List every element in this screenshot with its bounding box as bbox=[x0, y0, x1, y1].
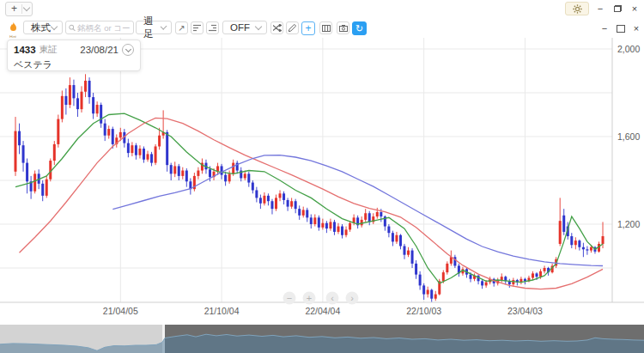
lines-bottom-icon bbox=[209, 24, 216, 32]
chart-pan-left-button[interactable]: ‹ bbox=[326, 292, 339, 305]
maximize-icon bbox=[617, 25, 625, 33]
hot-list-button[interactable]: Hot bbox=[6, 20, 20, 39]
period-select[interactable]: 週足 bbox=[136, 21, 172, 34]
plus-icon: + bbox=[305, 22, 311, 34]
film-grid-icon bbox=[322, 25, 331, 32]
chart-close-button[interactable]: × bbox=[630, 22, 642, 34]
divider bbox=[21, 4, 22, 14]
period-value: 週足 bbox=[143, 15, 161, 40]
snapshot-button[interactable] bbox=[337, 21, 349, 34]
symbol-name: ベステラ bbox=[14, 58, 134, 71]
chevron-down-icon bbox=[23, 4, 30, 11]
refresh-button[interactable]: ↻ bbox=[352, 21, 367, 35]
svg-text:2,000: 2,000 bbox=[617, 44, 640, 54]
category-value: 株式 bbox=[31, 21, 51, 34]
draw-button[interactable] bbox=[286, 21, 299, 34]
minimize-button[interactable]: − bbox=[594, 3, 606, 15]
search-input[interactable] bbox=[77, 23, 131, 33]
category-select[interactable]: 株式 bbox=[23, 21, 63, 34]
svg-text:1,200: 1,200 bbox=[617, 219, 640, 229]
chart-maximize-button[interactable] bbox=[615, 22, 627, 34]
svg-text:23/04/03: 23/04/03 bbox=[507, 306, 543, 316]
candlestick-chart[interactable]: 2,0001,6001,20021/04/0521/10/0422/04/042… bbox=[0, 38, 644, 325]
pencil-icon bbox=[289, 24, 296, 32]
gear-icon bbox=[573, 4, 582, 14]
refresh-icon: ↻ bbox=[355, 23, 363, 34]
svg-text:›: › bbox=[350, 293, 354, 303]
chevron-down-icon bbox=[51, 22, 58, 29]
trendline-button[interactable]: ↗ bbox=[175, 21, 188, 34]
overlay-mode-value: OFF bbox=[230, 22, 250, 33]
navigator-area-chart bbox=[0, 325, 644, 353]
chevron-down-icon bbox=[255, 22, 262, 29]
add-panel-button[interactable]: + bbox=[301, 21, 315, 35]
price-chart-panel: 2,0001,6001,20021/04/0521/10/0422/04/042… bbox=[0, 38, 644, 325]
oscillator-list-button[interactable] bbox=[206, 21, 219, 34]
svg-text:‹: ‹ bbox=[331, 293, 334, 303]
plus-icon: + bbox=[9, 3, 20, 15]
exchange-label: 東証 bbox=[39, 44, 81, 56]
shuffle-icon bbox=[273, 24, 282, 32]
cursor-date: 23/08/21 bbox=[80, 45, 118, 55]
settings-button[interactable] bbox=[565, 2, 589, 15]
svg-text:1,600: 1,600 bbox=[617, 131, 640, 142]
symbol-search[interactable] bbox=[65, 21, 134, 34]
compare-button[interactable] bbox=[270, 21, 283, 34]
chart-zoom-in-button[interactable]: + bbox=[303, 292, 316, 305]
symbol-info-box: 1433 東証 23/08/21 ベステラ bbox=[7, 40, 141, 71]
restore-button[interactable] bbox=[611, 3, 623, 15]
svg-text:−: − bbox=[287, 293, 292, 303]
svg-text:21/10/04: 21/10/04 bbox=[204, 306, 240, 316]
chart-zoom-out-button[interactable]: − bbox=[283, 292, 296, 305]
svg-text:22/10/03: 22/10/03 bbox=[406, 306, 441, 316]
close-button[interactable]: × bbox=[629, 3, 641, 15]
arrow-up-right-icon: ↗ bbox=[178, 23, 185, 33]
history-navigator[interactable] bbox=[0, 325, 644, 353]
window-titlebar: + − × bbox=[0, 0, 644, 18]
lines-left-icon bbox=[193, 24, 201, 32]
svg-text:+: + bbox=[307, 293, 312, 303]
symbol-code: 1433 bbox=[14, 45, 36, 55]
search-icon bbox=[69, 24, 76, 32]
indicator-list-button[interactable] bbox=[191, 21, 204, 34]
ma-mid-line bbox=[20, 118, 604, 289]
chevron-down-icon bbox=[125, 46, 131, 52]
svg-text:22/04/04: 22/04/04 bbox=[305, 306, 340, 316]
chart-minimize-button[interactable]: − bbox=[598, 22, 611, 34]
overlay-mode-select[interactable]: OFF bbox=[222, 21, 267, 34]
expand-info-button[interactable] bbox=[122, 44, 134, 56]
camera-icon bbox=[339, 25, 348, 32]
flame-icon bbox=[9, 22, 17, 32]
chart-toolbar: Hot 株式 週足 ↗ OFF bbox=[0, 17, 644, 39]
svg-text:21/04/05: 21/04/05 bbox=[103, 306, 138, 316]
chart-pan-right-button[interactable]: › bbox=[346, 292, 359, 305]
layout-button[interactable] bbox=[319, 21, 332, 34]
ma-short-line bbox=[15, 113, 603, 283]
restore-icon bbox=[614, 5, 622, 12]
new-tab-button[interactable]: + bbox=[5, 2, 33, 16]
